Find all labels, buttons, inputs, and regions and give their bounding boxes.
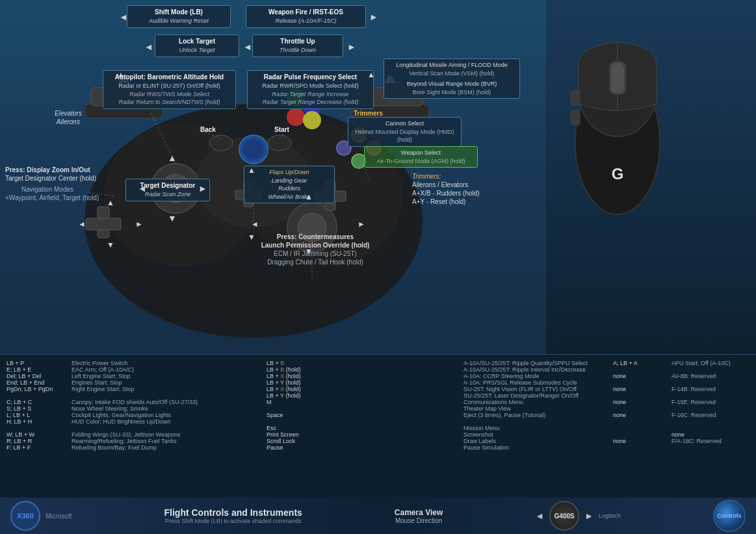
svg-text:G: G (612, 165, 624, 183)
radar-pulse-callout: Radar Pulse Frequency Select Radar RWR/S… (247, 70, 374, 109)
up-arrow-dpad: ▲ (107, 198, 114, 207)
up-arrow-center: ▲ (248, 166, 255, 175)
up-arrow-bumper-right: ▲ (367, 70, 375, 79)
lock-left-arrow: ◄ (144, 42, 153, 52)
cannon-callout: Cannon Select Helmet Mounted Display Mod… (348, 117, 462, 147)
down-arrow-center: ▼ (248, 233, 255, 242)
longitudinal-callout: Longitudinal Missile Aiming / FLOOD Mode… (384, 58, 520, 99)
down-arrow-dpad: ▼ (107, 240, 114, 249)
g400-brand: ◄ G400S ► Logitech (535, 501, 621, 531)
zoom-label: Press: Display Zoom In/Out Target Design… (5, 166, 90, 202)
x360-brand: X360 Microsoft (10, 501, 72, 531)
shortcut-row-3: Del; LB + Del Left Engine Start; Stop LB… (7, 373, 749, 379)
start-label: Start (274, 125, 289, 134)
shortcut-row-8: S; LB + S Nose Wheel Steering; Smoke The… (7, 405, 749, 412)
lock-target-callout: Lock Target Unlock Target (155, 34, 239, 57)
shortcut-row-6: LB + Y (hold) SU-25/25T: Laser Designato… (7, 392, 749, 399)
right-arrow-left-stick: ► (198, 183, 207, 194)
shortcut-row-2: E; LB + E EAC Arm; Off (A-10A/C) LB + B … (7, 366, 749, 373)
x360-badge: X360 (10, 501, 40, 531)
right-panel: G Left Click empty Right Click empty Zoo… (546, 0, 756, 354)
down-arrow-left-stick: ▼ (168, 213, 177, 223)
left-arrow-dpad: ◄ (78, 220, 86, 229)
right-arrow-dpad: ► (135, 220, 143, 229)
shortcut-row-9: L; LB + L Cockpit Lights; Gear/Navigatio… (7, 412, 749, 418)
shortcut-row-1: LB + P Electric Power Switch LB + B A-10… (7, 360, 749, 366)
svg-point-14 (209, 135, 233, 151)
g400-badge: G400S (549, 501, 579, 531)
flaps-callout: Flaps Up/Down Landing Gear Rudders Wheel… (244, 166, 335, 203)
weapon-right-arrow: ► (369, 12, 378, 22)
shortcut-row-14: F; LB + F Refueling Boom/Bay; Fuel Dump … (7, 444, 749, 451)
shortcut-row-7: C; LB + C Canopy; Intake FOD shields Aut… (7, 399, 749, 405)
shortcut-row-12: W; LB + W Folding Wings (SU-33); Jettiso… (7, 431, 749, 438)
up-arrow-bumper-left: ▲ (117, 70, 125, 79)
mouse-graphic: G (566, 26, 670, 221)
svg-point-17 (243, 139, 264, 160)
svg-rect-9 (86, 218, 121, 230)
shortcut-row-11: Esc Mission Menu (7, 425, 749, 431)
weapon-select-callout: Weapon Select Air-To-Ground Mode (AGM) (… (364, 146, 478, 168)
shortcut-row-13: R; LB + R Rearming/Refueling; Jettison F… (7, 438, 749, 444)
weapon-fire-callout: Weapon Fire / IRST-EOS Release (A-10A/F-… (246, 5, 366, 28)
up-arrow-left-stick: ▲ (168, 153, 177, 163)
svg-rect-45 (571, 110, 580, 125)
shortcut-row-10: H; LB + H HUD Color; HUD Brightness Up/D… (7, 418, 749, 425)
svg-rect-44 (571, 91, 580, 105)
back-label: Back (200, 125, 216, 134)
trimmers-right-callout: Trimmers: Ailerons / Elevators A+X/B - R… (412, 172, 513, 206)
svg-point-31 (303, 111, 321, 129)
shift-left-arrow: ◄ (119, 12, 128, 22)
controls-globe: Controls (713, 500, 746, 532)
down-arrow-right-stick: ▼ (305, 247, 313, 256)
footer-title-area: Flight Controls and Instruments Press Sh… (164, 507, 302, 524)
right-arrow-right-stick: ► (358, 220, 365, 229)
svg-rect-43 (611, 63, 624, 93)
throttle-left-arrow: ◄ (243, 42, 252, 52)
countermeasures-label: Press: Countermeasures Launch Permission… (241, 233, 390, 266)
svg-point-15 (268, 135, 291, 151)
throttle-updown-callout: Throttle Up Throttle Down (252, 34, 343, 57)
footer-bar: X360 Microsoft Flight Controls and Instr… (0, 498, 756, 534)
left-arrow-left-stick: ◄ (138, 183, 147, 194)
throttle-right-arrow: ► (347, 42, 356, 52)
shortcut-row-5: PgDn; LB + PgDn Right Engine Start; Stop… (7, 386, 749, 392)
camera-view-area: Camera View Mouse Direction (395, 508, 443, 524)
shift-mode-callout: Shift Mode (LB) Audible Warning Reset (127, 5, 231, 28)
left-arrow-right-stick: ◄ (251, 220, 259, 229)
svg-point-28 (287, 108, 305, 126)
up-arrow-right-stick: ▲ (305, 192, 313, 201)
shortcut-row-4: End; LB + End Engines Start; Stop LB + Y… (7, 379, 749, 386)
elevators-label: Elevators Ailerons (55, 109, 82, 126)
